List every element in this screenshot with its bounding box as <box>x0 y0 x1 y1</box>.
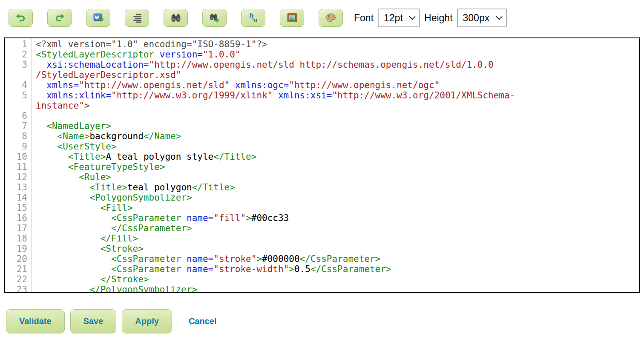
action-bar: Validate Save Apply Cancel <box>6 309 644 333</box>
line-number: 10 <box>5 152 32 162</box>
editor-height-select[interactable]: 300px <box>458 10 506 26</box>
code-text: instance"> <box>32 101 639 111</box>
code-text: </CssParameter> <box>32 223 639 233</box>
line-number: 11 <box>5 162 32 172</box>
font-height-controls: Font 12pt Height 300px <box>354 9 507 27</box>
code-text <box>32 111 639 121</box>
code-text: /StyledLayerDescriptor.xsd" <box>32 70 639 80</box>
line-number: 9 <box>5 141 32 152</box>
line-number: 16 <box>5 213 32 223</box>
code-line[interactable]: 2<StyledLayerDescriptor version="1.0.0" <box>5 49 639 60</box>
code-line[interactable]: 16 <CssParameter name="fill">#00cc33 <box>5 213 639 223</box>
line-number: 8 <box>5 131 32 141</box>
redo-button[interactable] <box>47 9 72 27</box>
svg-text:b: b <box>249 12 253 19</box>
editor-toolbar: b a <box>9 9 644 27</box>
replace-icon: b a <box>248 12 259 23</box>
code-line[interactable]: 20 <CssParameter name="stroke">#000000</… <box>5 254 639 264</box>
undo-button[interactable] <box>9 9 33 27</box>
undo-icon <box>15 12 26 23</box>
code-text: xsi:schemaLocation="http://www.opengis.n… <box>32 60 639 70</box>
save-button[interactable]: Save <box>70 309 117 333</box>
code-line[interactable]: 10 <Title>A teal polygon style</Title> <box>5 152 639 162</box>
find-next-button[interactable] <box>202 9 227 27</box>
code-text: <UserStyle> <box>32 141 639 152</box>
code-line[interactable]: 13 <Title>teal polygon</Title> <box>5 182 639 192</box>
code-text: </Stroke> <box>32 274 639 284</box>
reformat-button[interactable] <box>125 9 149 27</box>
reformat-icon <box>132 12 143 23</box>
style-code-editor[interactable]: 1<?xml version="1.0" encoding="ISO-8859-… <box>4 37 640 293</box>
code-text: <Name>background</Name> <box>32 131 639 141</box>
code-text: </PolygonSymbolizer> <box>32 284 639 293</box>
font-size-select[interactable]: 12pt <box>379 10 419 26</box>
line-number: 20 <box>5 254 32 264</box>
code-line[interactable]: 4 xmlns="http://www.opengis.net/sld" xml… <box>5 80 639 90</box>
code-line[interactable]: 3 xsi:schemaLocation="http://www.opengis… <box>5 60 639 70</box>
code-line[interactable]: 15 <Fill> <box>5 203 639 213</box>
apply-button[interactable]: Apply <box>122 309 172 333</box>
code-line[interactable]: 6 <box>5 111 639 121</box>
line-number <box>5 70 32 80</box>
line-number: 23 <box>5 284 32 293</box>
code-text: <Stroke> <box>32 244 639 254</box>
insert-image-button[interactable] <box>280 9 304 27</box>
line-number: 22 <box>5 274 32 284</box>
code-line[interactable]: 5 xmlns:xlink="http://www.w3.org/1999/xl… <box>5 90 639 101</box>
line-number: 1 <box>5 39 32 49</box>
code-line[interactable]: 9 <UserStyle> <box>5 141 639 152</box>
code-line[interactable]: 14 <PolygonSymbolizer> <box>5 192 639 203</box>
line-number: 15 <box>5 203 32 213</box>
code-text: <FeatureTypeStyle> <box>32 162 639 172</box>
code-text: <StyledLayerDescriptor version="1.0.0" <box>32 49 639 60</box>
code-text: <NamedLayer> <box>32 121 639 131</box>
line-number: 19 <box>5 244 32 254</box>
code-line[interactable]: instance"> <box>5 101 639 111</box>
code-text: <PolygonSymbolizer> <box>32 192 639 203</box>
code-line[interactable]: 1<?xml version="1.0" encoding="ISO-8859-… <box>5 39 639 49</box>
line-number: 18 <box>5 233 32 244</box>
code-line[interactable]: 23 </PolygonSymbolizer> <box>5 284 639 293</box>
code-line[interactable]: 18 </Fill> <box>5 233 639 244</box>
color-picker-icon <box>325 12 336 23</box>
line-number: 13 <box>5 182 32 192</box>
color-picker-button[interactable] <box>319 9 343 27</box>
code-line[interactable]: 19 <Stroke> <box>5 244 639 254</box>
line-number: 21 <box>5 264 32 274</box>
code-text: <Title>teal polygon</Title> <box>32 182 639 192</box>
find-button[interactable] <box>164 9 188 27</box>
code-line[interactable]: 8 <Name>background</Name> <box>5 131 639 141</box>
line-number: 6 <box>5 111 32 121</box>
code-line[interactable]: /StyledLayerDescriptor.xsd" <box>5 70 639 80</box>
code-text: <Title>A teal polygon style</Title> <box>32 152 639 162</box>
line-number: 14 <box>5 192 32 203</box>
line-number: 3 <box>5 60 32 70</box>
code-text: <CssParameter name="stroke-width">0.5</C… <box>32 264 639 274</box>
redo-icon <box>54 12 65 23</box>
code-text: <CssParameter name="fill">#00cc33 <box>32 213 639 223</box>
line-number: 2 <box>5 49 32 60</box>
goto-line-button[interactable] <box>86 9 110 27</box>
find-icon <box>170 12 181 23</box>
code-line[interactable]: 7 <NamedLayer> <box>5 121 639 131</box>
code-line[interactable]: 21 <CssParameter name="stroke-width">0.5… <box>5 264 639 274</box>
code-line[interactable]: 12 <Rule> <box>5 172 639 182</box>
line-number: 7 <box>5 121 32 131</box>
code-line[interactable]: 22 </Stroke> <box>5 274 639 284</box>
replace-button[interactable]: b a <box>241 9 265 27</box>
code-rows: 1<?xml version="1.0" encoding="ISO-8859-… <box>5 38 639 293</box>
cancel-link[interactable]: Cancel <box>189 316 217 326</box>
line-number: 4 <box>5 80 32 90</box>
line-number: 17 <box>5 223 32 233</box>
code-text: </Fill> <box>32 233 639 244</box>
code-text: <Fill> <box>32 203 639 213</box>
validate-button[interactable]: Validate <box>6 309 65 333</box>
editor-height-select-wrap: 300px <box>457 9 507 27</box>
code-text: xmlns:xlink="http://www.w3.org/1999/xlin… <box>32 90 639 101</box>
code-text: <Rule> <box>32 172 639 182</box>
gutter-divider <box>32 38 32 292</box>
line-number: 12 <box>5 172 32 182</box>
height-label: Height <box>424 12 452 24</box>
code-line[interactable]: 11 <FeatureTypeStyle> <box>5 162 639 172</box>
code-line[interactable]: 17 </CssParameter> <box>5 223 639 233</box>
